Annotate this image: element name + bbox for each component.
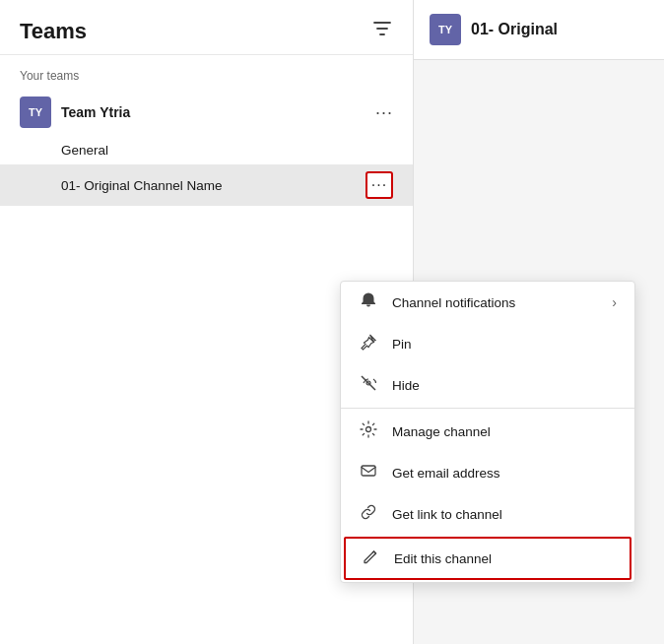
channel-notifications-icon: [359, 291, 378, 313]
channel-notifications-arrow: ›: [612, 294, 617, 310]
get-link-icon: [359, 503, 378, 525]
team-item[interactable]: TY Team Ytria ···: [0, 89, 413, 136]
channel-item-general[interactable]: General: [0, 136, 413, 164]
channel-item-original[interactable]: 01- Original Channel Name ···: [0, 164, 413, 206]
filter-icon[interactable]: [371, 18, 393, 44]
manage-channel-icon: [359, 420, 378, 442]
menu-item-edit-channel[interactable]: Edit this channel: [344, 537, 631, 580]
channel-more-button[interactable]: ···: [365, 171, 393, 199]
menu-item-hide[interactable]: Hide: [341, 364, 634, 406]
edit-channel-label: Edit this channel: [394, 551, 615, 566]
edit-channel-icon: [361, 547, 380, 569]
channel-name-original: 01- Original Channel Name: [61, 178, 365, 193]
team-name: Team Ytria: [61, 104, 375, 120]
context-menu: Channel notifications › Pin Hide Manage …: [340, 281, 635, 583]
channel-more-dots: ···: [371, 176, 387, 194]
channel-name-general: General: [61, 143, 393, 158]
right-title: 01- Original: [471, 21, 558, 38]
svg-point-2: [366, 427, 371, 432]
right-avatar: TY: [430, 14, 461, 45]
menu-item-pin[interactable]: Pin: [341, 323, 634, 364]
pin-label: Pin: [392, 337, 617, 352]
pin-icon: [359, 333, 378, 354]
svg-rect-3: [362, 466, 375, 476]
get-link-label: Get link to channel: [392, 507, 617, 522]
team-avatar: TY: [20, 97, 51, 128]
menu-item-manage-channel[interactable]: Manage channel: [341, 411, 634, 452]
menu-item-get-email[interactable]: Get email address: [341, 452, 634, 493]
menu-item-get-link[interactable]: Get link to channel: [341, 493, 634, 535]
team-more-icon[interactable]: ···: [375, 102, 393, 123]
menu-item-channel-notifications[interactable]: Channel notifications ›: [341, 282, 634, 323]
channel-notifications-label: Channel notifications: [392, 295, 598, 310]
get-email-icon: [359, 462, 378, 483]
panel-header: Teams: [0, 0, 413, 55]
manage-channel-label: Manage channel: [392, 424, 617, 439]
panel-title: Teams: [20, 19, 87, 44]
right-header: TY 01- Original: [414, 0, 664, 60]
your-teams-label: Your teams: [0, 55, 413, 89]
hide-label: Hide: [392, 378, 617, 393]
get-email-label: Get email address: [392, 466, 617, 481]
hide-icon: [359, 374, 378, 396]
menu-divider-1: [341, 408, 634, 409]
